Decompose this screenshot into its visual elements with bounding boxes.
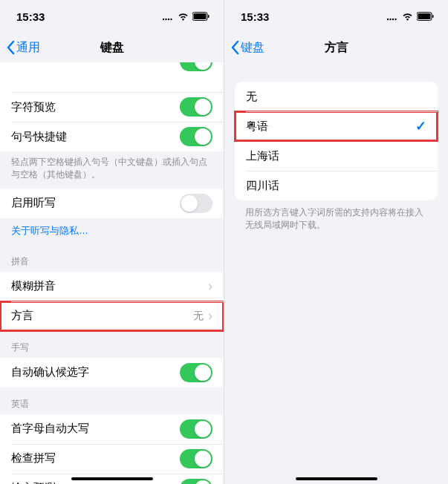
predictive-toggle[interactable] bbox=[180, 479, 212, 484]
row-label: 方言 bbox=[11, 309, 193, 323]
period-shortcut-toggle[interactable] bbox=[180, 127, 212, 146]
group-pinyin: 模糊拼音 › 方言 无 › bbox=[0, 272, 224, 331]
english-header: 英语 bbox=[0, 387, 224, 414]
status-bar: 15:33 bbox=[224, 0, 448, 33]
svg-rect-12 bbox=[418, 13, 431, 19]
toggle[interactable] bbox=[180, 62, 212, 71]
status-bar: 15:33 bbox=[0, 0, 224, 33]
footer-note: 轻点两下空格键插入句号（中文键盘）或插入句点与空格（其他键盘）。 bbox=[0, 151, 224, 189]
auto-cap-toggle[interactable] bbox=[180, 419, 212, 439]
row-label: 首字母自动大写 bbox=[11, 422, 180, 436]
svg-point-2 bbox=[168, 18, 169, 19]
back-label: 通用 bbox=[16, 40, 40, 56]
cellular-icon bbox=[386, 10, 398, 23]
group-english: 首字母自动大写 检查拼写 输入预测 滑行键入时逐词删除 bbox=[0, 414, 224, 484]
svg-point-10 bbox=[395, 18, 396, 19]
enable-dictation-row[interactable]: 启用听写 bbox=[0, 189, 224, 218]
dialect-row[interactable]: 方言 无 › bbox=[0, 301, 224, 331]
home-indicator[interactable] bbox=[296, 477, 377, 480]
page-title: 方言 bbox=[325, 40, 348, 56]
auto-confirm-toggle[interactable] bbox=[180, 363, 212, 382]
chevron-right-icon: › bbox=[208, 278, 212, 294]
svg-point-3 bbox=[170, 18, 172, 19]
battery-icon bbox=[192, 10, 210, 23]
chevron-left-icon bbox=[6, 40, 15, 55]
svg-point-8 bbox=[389, 18, 391, 19]
option-none[interactable]: 无 bbox=[235, 82, 438, 111]
page-title: 键盘 bbox=[100, 40, 124, 56]
check-spelling-row[interactable]: 检查拼写 bbox=[0, 444, 224, 474]
group-handwriting: 自动确认候选字 bbox=[0, 358, 224, 387]
option-label: 无 bbox=[246, 90, 426, 104]
row-label: 输入预测 bbox=[11, 481, 180, 484]
char-preview-row[interactable]: 字符预览 bbox=[0, 92, 224, 122]
option-sichuanese[interactable]: 四川话 bbox=[235, 171, 438, 200]
handwriting-header: 手写 bbox=[0, 331, 224, 358]
status-time: 15:33 bbox=[16, 10, 45, 23]
content: 无 粤语 ✓ 上海话 四川话 用所选方言键入字词所需的支持内容将在接入无线局域网… bbox=[224, 62, 448, 484]
nav-bar: 键盘 方言 bbox=[224, 33, 448, 62]
row-label: 自动确认候选字 bbox=[11, 365, 180, 379]
battery-icon bbox=[417, 10, 435, 23]
group-dictation: 启用听写 bbox=[0, 189, 224, 218]
dialect-value: 无 bbox=[193, 310, 204, 323]
svg-rect-5 bbox=[194, 13, 207, 19]
dialect-settings-screen: 15:33 键盘 方言 无 粤语 ✓ bbox=[224, 0, 448, 484]
enable-dictation-toggle[interactable] bbox=[180, 194, 212, 213]
auto-confirm-row[interactable]: 自动确认候选字 bbox=[0, 358, 224, 387]
pinyin-header: 拼音 bbox=[0, 245, 224, 272]
fuzzy-pinyin-row[interactable]: 模糊拼音 › bbox=[0, 272, 224, 301]
row-label: 字符预览 bbox=[11, 100, 180, 114]
row-label: 模糊拼音 bbox=[11, 279, 208, 293]
keyboard-settings-screen: 15:33 通用 键盘 字符预览 bbox=[0, 0, 224, 484]
option-label: 四川话 bbox=[246, 179, 426, 193]
checkmark-icon: ✓ bbox=[415, 118, 426, 134]
footer-note: 用所选方言键入字词所需的支持内容将在接入无线局域网时下载。 bbox=[224, 200, 448, 238]
auto-cap-row[interactable]: 首字母自动大写 bbox=[0, 414, 224, 444]
status-time: 15:33 bbox=[241, 10, 269, 23]
status-indicators bbox=[162, 10, 210, 23]
svg-point-7 bbox=[387, 18, 389, 19]
option-cantonese[interactable]: 粤语 ✓ bbox=[235, 111, 438, 141]
svg-point-1 bbox=[165, 18, 166, 19]
char-preview-toggle[interactable] bbox=[180, 97, 212, 117]
svg-point-9 bbox=[392, 18, 394, 19]
home-indicator[interactable] bbox=[71, 477, 153, 480]
group-general: 字符预览 句号快捷键 bbox=[0, 62, 224, 151]
status-indicators bbox=[386, 10, 435, 23]
row-label: 启用听写 bbox=[11, 196, 180, 210]
partial-row[interactable] bbox=[0, 62, 224, 92]
option-label: 上海话 bbox=[246, 149, 426, 163]
content: 字符预览 句号快捷键 轻点两下空格键插入句号（中文键盘）或插入句点与空格（其他键… bbox=[0, 62, 224, 484]
back-label: 键盘 bbox=[241, 40, 264, 56]
row-label: 检查拼写 bbox=[11, 451, 180, 465]
option-label: 粤语 bbox=[246, 120, 415, 134]
wifi-icon bbox=[402, 10, 413, 23]
svg-point-0 bbox=[163, 18, 164, 19]
cellular-icon bbox=[162, 10, 174, 23]
period-shortcut-row[interactable]: 句号快捷键 bbox=[0, 122, 224, 151]
back-button[interactable]: 键盘 bbox=[230, 40, 264, 56]
nav-bar: 通用 键盘 bbox=[0, 33, 224, 62]
dictation-privacy-link[interactable]: 关于听写与隐私… bbox=[0, 218, 224, 245]
wifi-icon bbox=[178, 10, 189, 23]
dialect-options: 无 粤语 ✓ 上海话 四川话 bbox=[235, 82, 438, 200]
row-label: 句号快捷键 bbox=[11, 130, 180, 144]
svg-rect-6 bbox=[208, 15, 210, 18]
option-shanghainese[interactable]: 上海话 bbox=[235, 141, 438, 171]
svg-rect-13 bbox=[432, 15, 434, 18]
back-button[interactable]: 通用 bbox=[6, 40, 40, 56]
chevron-right-icon: › bbox=[208, 308, 212, 324]
check-spelling-toggle[interactable] bbox=[180, 449, 212, 468]
chevron-left-icon bbox=[230, 40, 239, 55]
